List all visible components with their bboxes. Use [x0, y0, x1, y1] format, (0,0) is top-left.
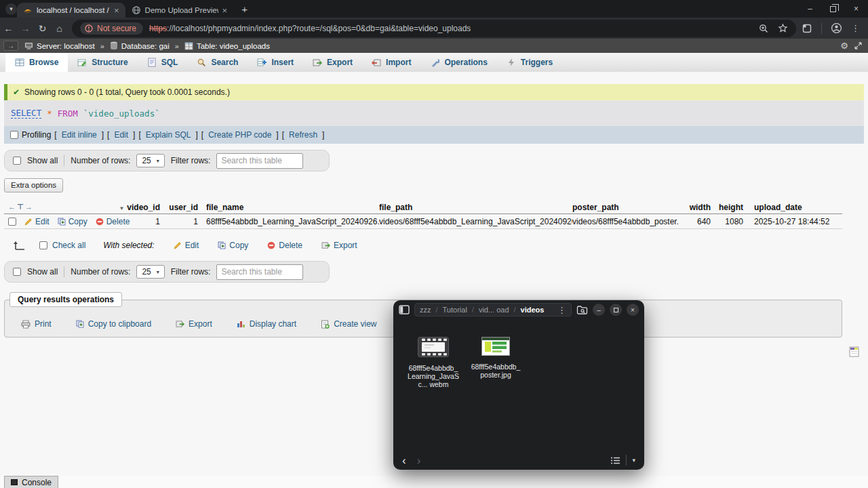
browser-tab-demo-preview[interactable]: Demo Upload Preview ×: [125, 3, 234, 18]
column-header-height[interactable]: height: [711, 203, 743, 212]
column-header-file-name[interactable]: file_name: [198, 203, 379, 212]
row-edit-link[interactable]: Edit: [24, 217, 50, 226]
show-all-checkbox[interactable]: [13, 157, 21, 165]
file-item-poster[interactable]: 68fff5e4abbdb_poster.jpg: [468, 337, 524, 451]
rows-per-page-select[interactable]: 25 ▾: [136, 265, 164, 279]
breadcrumb-root[interactable]: zzz: [420, 306, 431, 314]
tab-triggers[interactable]: Triggers: [497, 53, 562, 72]
nav-panel-toggle[interactable]: →: [3, 41, 18, 51]
print-button[interactable]: Print: [21, 319, 52, 329]
list-view-icon[interactable]: [610, 456, 620, 465]
show-all-checkbox[interactable]: [13, 268, 21, 276]
back-button[interactable]: ←: [0, 23, 17, 34]
tab-insert[interactable]: Insert: [248, 53, 303, 72]
browser-menu-icon[interactable]: ⋮: [851, 23, 860, 33]
fm-close-button[interactable]: ×: [627, 304, 639, 316]
copy-to-clipboard-button[interactable]: Copy to clipboard: [76, 319, 151, 329]
create-view-button[interactable]: Create view: [321, 319, 376, 329]
column-header-user-id[interactable]: user_id: [160, 203, 198, 212]
breadcrumb-table[interactable]: Table: video_uploads: [184, 42, 270, 50]
window-close-button[interactable]: ×: [854, 4, 859, 14]
divider: [64, 266, 64, 277]
breadcrumb-item[interactable]: Tutorial: [443, 306, 467, 314]
view-options-chevron[interactable]: ▾: [632, 457, 635, 464]
chevron-down-icon: ▾: [157, 269, 159, 275]
display-chart-button[interactable]: Display chart: [237, 319, 296, 329]
tab-search-button[interactable]: ▾: [5, 3, 17, 15]
tab-operations[interactable]: Operations: [420, 53, 496, 72]
row-copy-link[interactable]: Copy: [58, 217, 87, 226]
with-selected-copy[interactable]: Copy: [218, 241, 248, 250]
edit-link[interactable]: Edit: [114, 130, 128, 140]
new-tab-button[interactable]: +: [241, 3, 248, 15]
window-minimize-button[interactable]: –: [808, 4, 812, 14]
edit-inline-link[interactable]: Edit inline: [62, 130, 97, 140]
sidebar-toggle-icon[interactable]: [399, 305, 410, 314]
fm-minimize-button[interactable]: –: [593, 304, 605, 316]
column-options-icon[interactable]: ←⊤→: [8, 203, 34, 211]
export-icon: [313, 58, 322, 67]
with-selected-delete[interactable]: Delete: [267, 241, 302, 250]
check-all-link[interactable]: Check all: [52, 241, 85, 250]
fm-maximize-button[interactable]: [610, 304, 622, 316]
bookmark-star-icon[interactable]: [778, 23, 788, 33]
forward-button[interactable]: →: [17, 23, 34, 34]
bracket: ]: [322, 130, 324, 140]
column-header-video-id[interactable]: ▼video_id: [113, 203, 160, 212]
url-text: https://localhost/phpmyadmin/index.php?r…: [149, 24, 471, 33]
tab-structure[interactable]: Structure: [68, 53, 137, 72]
profile-avatar-icon[interactable]: [831, 22, 842, 34]
address-bar[interactable]: Not secure https://localhost/phpmyadmin/…: [72, 20, 796, 37]
explain-sql-link[interactable]: Explain SQL: [146, 130, 191, 140]
tab-search[interactable]: Search: [187, 53, 248, 72]
home-button[interactable]: ⌂: [51, 23, 68, 34]
console-button[interactable]: Console: [4, 476, 58, 488]
column-header-width[interactable]: width: [678, 203, 711, 212]
profiling-checkbox[interactable]: [10, 131, 18, 139]
tab-close-icon[interactable]: ×: [222, 6, 228, 15]
sql-keyword-select[interactable]: SELECT: [11, 108, 41, 119]
file-item-video[interactable]: 68fff5e4abbdb_Learning_JavaSc... webm: [406, 337, 461, 451]
create-php-code-link[interactable]: Create PHP code: [208, 130, 271, 140]
folder-search-icon[interactable]: [576, 305, 588, 315]
path-menu-icon[interactable]: ⋮: [557, 305, 566, 315]
with-selected-edit[interactable]: Edit: [174, 241, 199, 250]
with-selected-label: With selected:: [103, 241, 154, 250]
row-checkbox[interactable]: [8, 218, 16, 226]
toolbar-divider: [821, 23, 822, 34]
tab-close-icon[interactable]: ×: [114, 6, 119, 15]
breadcrumb-item[interactable]: vid... oad: [479, 306, 509, 314]
refresh-link[interactable]: Refresh: [289, 130, 317, 140]
expand-icon[interactable]: [854, 41, 863, 50]
breadcrumb-database[interactable]: Database: gai: [110, 41, 170, 50]
zoom-icon[interactable]: [759, 24, 768, 33]
divider: [626, 455, 627, 466]
file-manager-titlebar[interactable]: zzz / Tutorial / vid... oad / videos ⋮ –…: [393, 300, 644, 319]
column-header-file-path[interactable]: file_path: [379, 203, 572, 212]
rows-label: Number of rows:: [71, 267, 130, 277]
extra-options-button[interactable]: Extra options: [4, 178, 63, 192]
path-breadcrumb[interactable]: zzz / Tutorial / vid... oad / videos ⋮: [414, 303, 572, 317]
tab-import[interactable]: Import: [362, 53, 420, 72]
rows-per-page-select[interactable]: 25 ▾: [136, 154, 164, 167]
window-restore-button[interactable]: [830, 6, 836, 12]
with-selected-export[interactable]: Export: [321, 241, 357, 250]
extensions-icon[interactable]: [802, 23, 812, 34]
reload-button[interactable]: ↻: [34, 23, 51, 34]
breadcrumb-server[interactable]: Server: localhost: [24, 42, 95, 50]
tab-sql[interactable]: SQL: [138, 53, 188, 72]
new-window-icon[interactable]: [849, 346, 859, 357]
filter-rows-input[interactable]: [216, 264, 303, 280]
fm-back-button[interactable]: ‹: [402, 455, 406, 466]
browser-tab-phpmyadmin[interactable]: localhost / localhost / g ×: [17, 3, 125, 18]
export-button[interactable]: Export: [176, 319, 212, 329]
tab-export[interactable]: Export: [303, 53, 362, 72]
tab-browse[interactable]: Browse: [5, 53, 68, 72]
fm-forward-button[interactable]: ›: [417, 455, 421, 466]
column-header-poster-path[interactable]: poster_path: [572, 203, 678, 212]
check-all-checkbox[interactable]: [39, 241, 47, 249]
column-header-upload-date[interactable]: upload_date: [743, 203, 838, 212]
filter-rows-input[interactable]: [216, 153, 303, 169]
not-secure-badge[interactable]: Not secure: [80, 22, 143, 35]
settings-gear-icon[interactable]: ⚙: [840, 41, 848, 51]
